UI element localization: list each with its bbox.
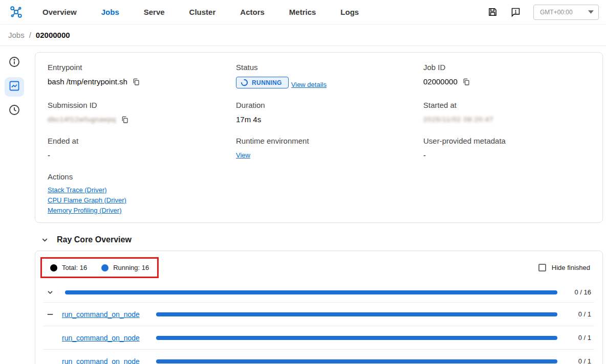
task-link[interactable]: run_command_on_node [62,357,140,364]
field-label: Entrypoint [48,63,236,72]
main-nav: Overview Jobs Serve Cluster Actors Metri… [30,8,371,16]
progress-count: 0 / 1 [567,357,591,364]
nav-actors[interactable]: Actors [240,8,265,16]
progress-bar [156,312,557,316]
tab-events[interactable] [5,101,24,121]
breadcrumb-current-job: 02000000 [36,31,70,39]
progress-bar-total [65,290,557,294]
field-label: Duration [236,101,423,109]
field-duration: Duration 17m 4s [236,101,423,124]
hide-finished-label: Hide finished [552,264,590,271]
field-label: Started at [423,101,590,109]
field-started-at: Started at 2025/11/02 08:20:47 [423,101,590,124]
hide-finished-toggle[interactable]: Hide finished [538,264,590,271]
field-submission-id: Submission ID dbc14f12wfugnaepq [48,101,236,124]
field-entrypoint: Entrypoint bash /tmp/entrypoint.sh [48,63,236,88]
nav-cluster[interactable]: Cluster [189,8,216,16]
field-actions: Actions Stack Trace (Driver) CPU Flame G… [48,172,590,214]
progress-summary-row: 0 / 16 [44,282,594,303]
field-label: Actions [48,172,590,181]
field-label: Submission ID [48,101,236,109]
started-at-value: 2025/11/02 08:20:47 [423,116,493,123]
chevron-down-icon [41,236,49,244]
ended-at-value: - [48,151,50,160]
ray-core-progress-card: Total: 16 Running: 16 Hide finished [35,251,603,364]
clock-icon [8,104,20,118]
nav-metrics[interactable]: Metrics [289,8,316,16]
nav-logs[interactable]: Logs [340,8,359,16]
job-id-value: 02000000 [423,77,458,86]
progress-count: 0 / 16 [567,288,591,296]
task-link[interactable]: run_command_on_node [62,334,140,342]
field-job-id: Job ID 02000000 [423,63,590,88]
cpu-flame-graph-link[interactable]: CPU Flame Graph (Driver) [48,196,126,204]
chart-icon [8,80,20,94]
memory-profiling-link[interactable]: Memory Profiling (Driver) [48,207,121,214]
job-metadata-card: Entrypoint bash /tmp/entrypoint.sh Statu… [35,52,603,223]
nav-jobs[interactable]: Jobs [101,8,119,16]
nav-serve[interactable]: Serve [144,8,165,16]
annotation-rectangle: Total: 16 Running: 16 [40,257,159,278]
timezone-value: GMT+00:00 [540,9,573,16]
field-ended-at: Ended at - [48,136,236,160]
progress-bar [156,359,557,363]
field-label: User-provided metadata [423,136,590,145]
minus-icon[interactable] [47,311,62,318]
status-badge: RUNNING [236,77,289,88]
info-icon [8,56,20,70]
ray-core-overview-header[interactable]: Ray Core Overview [41,235,603,244]
breadcrumb-jobs-link[interactable]: Jobs [8,31,25,39]
legend-running: Running: 16 [101,264,149,271]
section-title: Ray Core Overview [57,235,132,244]
tab-info[interactable] [5,53,24,73]
copy-icon[interactable] [462,78,470,86]
stack-trace-link[interactable]: Stack Trace (Driver) [48,186,107,194]
feedback-icon[interactable] [510,7,521,17]
task-row: run_command_on_node 0 / 1 [44,326,594,350]
timezone-select[interactable]: GMT+00:00 [533,5,599,20]
view-details-link[interactable]: View details [291,81,327,88]
legend-total: Total: 16 [50,264,87,271]
field-runtime-env: Runtime environment View [236,136,423,160]
copy-icon[interactable] [121,116,129,124]
field-label: Ended at [48,136,236,145]
field-metadata: User-provided metadata - [423,136,590,160]
chevron-down-icon[interactable] [47,289,62,296]
task-row: run_command_on_node 0 / 1 [44,303,594,326]
field-label: Job ID [423,63,590,72]
progress-count: 0 / 1 [567,334,591,342]
page-body: Entrypoint bash /tmp/entrypoint.sh Statu… [0,46,606,364]
breadcrumb-separator: / [29,31,31,39]
metadata-value: - [423,151,426,160]
duration-value: 17m 4s [236,115,261,124]
tab-charts[interactable] [5,77,24,97]
field-label: Runtime environment [236,136,423,145]
chevron-down-icon [588,10,594,14]
task-link[interactable]: run_command_on_node [62,310,140,318]
main-content: Entrypoint bash /tmp/entrypoint.sh Statu… [29,46,606,364]
field-label: Status [236,63,423,72]
field-status: Status RUNNING View details [236,63,423,88]
running-dot-icon [101,264,109,271]
job-detail-tab-rail [0,46,29,364]
copy-icon[interactable] [132,78,140,86]
breadcrumb: Jobs / 02000000 [0,25,606,46]
topbar-actions: GMT+00:00 [487,5,599,20]
save-icon[interactable] [487,7,498,17]
progress-count: 0 / 1 [567,310,591,318]
status-text: RUNNING [252,79,282,86]
runtime-env-view-link[interactable]: View [236,151,250,159]
task-row: run_command_on_node 0 / 1 [44,350,594,364]
nav-overview[interactable]: Overview [42,8,77,16]
progress-bar [156,336,557,340]
checkbox-icon[interactable] [538,264,546,271]
submission-id-value: dbc14f12wfugnaepq [48,116,116,123]
top-nav-bar: Overview Jobs Serve Cluster Actors Metri… [0,0,606,25]
ray-logo-icon[interactable] [9,5,23,19]
entrypoint-value: bash /tmp/entrypoint.sh [48,77,127,86]
total-dot-icon [50,264,57,271]
spinner-icon [241,79,248,86]
